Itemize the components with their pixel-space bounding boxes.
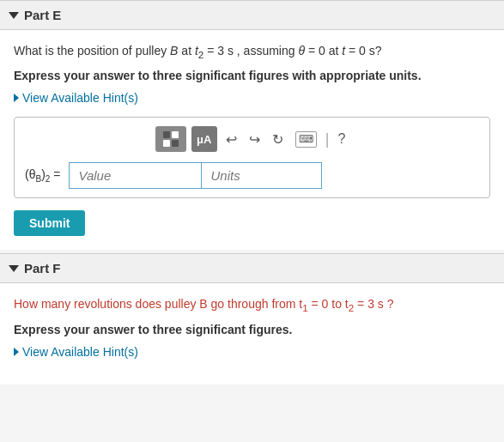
undo-icon: ↩	[226, 131, 237, 148]
part-e-header[interactable]: Part E	[0, 0, 504, 30]
undo-button[interactable]: ↩	[222, 126, 240, 152]
toolbar-separator: |	[325, 130, 330, 148]
keyboard-icon: ⌨	[295, 131, 317, 148]
part-e-title: Part E	[24, 8, 61, 22]
mu-label: μA	[197, 133, 211, 146]
collapse-icon-e	[9, 12, 19, 19]
redo-button[interactable]: ↪	[246, 126, 264, 152]
mu-button[interactable]: μA	[191, 126, 217, 152]
part-e-instruction: Express your answer to three significant…	[14, 69, 490, 82]
value-input[interactable]	[69, 162, 202, 189]
part-f-question: How many revolutions does pulley B go th…	[14, 295, 490, 315]
redo-icon: ↪	[249, 131, 260, 148]
keyboard-button[interactable]: ⌨	[292, 126, 320, 152]
collapse-icon-f	[9, 265, 19, 272]
hint-arrow-icon-e	[14, 94, 19, 102]
answer-row: (θB)2 =	[25, 162, 479, 189]
help-icon: ?	[337, 131, 345, 147]
part-e-body: What is the position of pulley B at t2 =…	[0, 30, 504, 250]
part-f-title: Part F	[24, 261, 61, 275]
part-f-header[interactable]: Part F	[0, 253, 504, 283]
refresh-icon: ↻	[272, 131, 283, 148]
part-e-hint-link[interactable]: View Available Hint(s)	[14, 91, 490, 105]
part-e-input-box: μA ↩ ↪ ↻ ⌨ | ?	[14, 117, 490, 198]
toolbar: μA ↩ ↪ ↻ ⌨ | ?	[25, 126, 479, 152]
hint-arrow-icon-f	[14, 348, 19, 356]
squares-button[interactable]	[155, 126, 186, 152]
part-e-question: What is the position of pulley B at t2 =…	[14, 42, 490, 62]
units-input[interactable]	[202, 162, 322, 189]
part-f-hint-link[interactable]: View Available Hint(s)	[14, 345, 490, 359]
part-f-body: How many revolutions does pulley B go th…	[0, 283, 504, 384]
submit-button[interactable]: Submit	[14, 210, 85, 236]
reset-button[interactable]: ↻	[269, 126, 287, 152]
answer-label: (θB)2 =	[25, 167, 60, 184]
squares-icon	[163, 131, 179, 147]
part-f-instruction: Express your answer to three significant…	[14, 323, 490, 336]
help-button[interactable]: ?	[334, 126, 349, 152]
